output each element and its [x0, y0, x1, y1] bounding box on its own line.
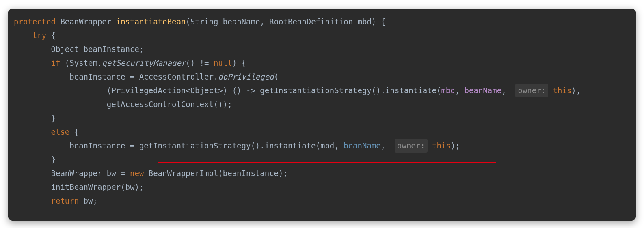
right-margin-guide — [549, 9, 549, 221]
param-beanname-link-2[interactable]: beanName — [344, 141, 381, 150]
param-mbd-link[interactable]: mbd — [441, 86, 455, 95]
inlay-hint-owner-2: owner: — [395, 139, 428, 153]
keyword-try: try — [32, 31, 46, 40]
brace-close-if: } — [51, 114, 56, 123]
return-type: BeanWrapper — [60, 17, 111, 26]
red-underline-annotation — [158, 162, 496, 163]
static-method-doprivileged: doPrivileged — [218, 72, 274, 81]
method-name: instantiateBean — [116, 17, 186, 26]
inlay-hint-owner-1: owner: — [515, 84, 548, 97]
keyword-else: else — [51, 127, 70, 136]
code-editor[interactable]: protected BeanWrapper instantiateBean(St… — [8, 8, 636, 221]
param-beanname-link-1[interactable]: beanName — [465, 86, 502, 95]
keyword-if: if — [51, 58, 61, 67]
keyword-null: null — [214, 58, 232, 67]
static-method-gsm: getSecurityManager — [102, 58, 186, 67]
line-7: getAccessControlContext()); — [107, 100, 232, 109]
keyword-return: return — [51, 196, 79, 205]
method-params: (String beanName, RootBeanDefinition mbd… — [186, 17, 385, 26]
keyword-protected: protected — [14, 17, 56, 26]
code-block[interactable]: protected BeanWrapper instantiateBean(St… — [8, 9, 636, 208]
brace-close-else: } — [51, 155, 56, 164]
line-13: initBeanWrapper(bw); — [51, 183, 144, 191]
keyword-this-2: this — [432, 141, 451, 150]
keyword-this-1: this — [553, 86, 572, 95]
line-3: Object beanInstance; — [51, 45, 144, 54]
keyword-new: new — [130, 169, 144, 178]
